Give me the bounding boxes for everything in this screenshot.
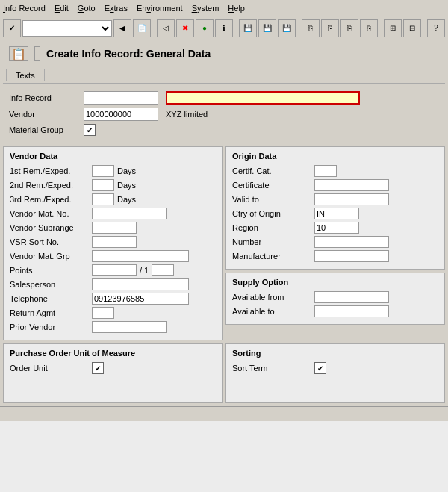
copy2-btn[interactable]: ⎘: [321, 19, 339, 37]
copy3-btn[interactable]: ⎘: [340, 19, 358, 37]
od-label-1: Certificate: [232, 181, 314, 190]
od-label-6: Manufacturer: [232, 252, 314, 261]
info-record-input2[interactable]: [166, 91, 360, 105]
od-row-4: Region: [232, 222, 438, 234]
menu-extras[interactable]: Extras: [105, 4, 128, 13]
vd-label-11: Prior Vendor: [10, 323, 92, 331]
vd-row-5: VSR Sort No.: [10, 236, 216, 248]
menu-system[interactable]: System: [192, 4, 220, 13]
menu-edit[interactable]: Edit: [55, 4, 69, 13]
menu-help[interactable]: Help: [228, 4, 245, 13]
check-btn[interactable]: ✔: [3, 19, 21, 37]
vd-input-0[interactable]: [92, 165, 114, 177]
copy4-btn[interactable]: ⎘: [360, 19, 378, 37]
origin-data-title: Origin Data: [232, 152, 438, 161]
so-input-1[interactable]: [314, 305, 389, 317]
cancel-btn[interactable]: ✖: [176, 19, 194, 37]
od-input-4[interactable]: [314, 222, 359, 234]
info-btn[interactable]: ℹ: [215, 19, 233, 37]
points-slash: / 1: [140, 266, 149, 275]
vd-label-7: Points: [10, 266, 92, 275]
vd-unit-1: Days: [117, 181, 136, 190]
vendor-input[interactable]: [84, 108, 158, 121]
od-input-5[interactable]: [314, 236, 389, 248]
material-group-checkbox[interactable]: ✔: [84, 124, 96, 136]
po-row-0: Order Unit ✔: [10, 362, 216, 374]
so-input-0[interactable]: [314, 291, 389, 303]
vd-label-10: Return Agmt: [10, 308, 92, 317]
vd-input-4[interactable]: [92, 222, 137, 234]
back-btn[interactable]: ◀: [113, 19, 131, 37]
od-input-6[interactable]: [314, 250, 389, 262]
vendor-label: Vendor: [9, 110, 84, 119]
material-group-row: Material Group ✔: [9, 124, 439, 136]
vd-input-7[interactable]: [92, 264, 137, 276]
order-unit-checkbox[interactable]: ✔: [92, 362, 104, 374]
vd-row-10: Return Agmt: [10, 307, 216, 319]
vd-row-7: Points / 1: [10, 264, 216, 276]
save2-btn[interactable]: 💾: [258, 19, 276, 37]
od-label-3: Ctry of Origin: [232, 209, 314, 218]
vd-input-8[interactable]: [92, 278, 189, 290]
purchase-order-section: Purchase Order Unit of Measure Order Uni…: [3, 343, 223, 403]
vd-input-6[interactable]: [92, 250, 189, 262]
vd-row-9: Telephone: [10, 293, 216, 305]
material-group-label: Material Group: [9, 125, 84, 134]
vd-input-7b[interactable]: [152, 264, 174, 276]
page-title: Create Info Record: General Data: [46, 48, 211, 60]
origin-data-section: Origin Data Certif. Cat. Certificate Val…: [225, 146, 445, 270]
tab-texts[interactable]: Texts: [6, 69, 45, 81]
ok-btn[interactable]: ●: [196, 19, 214, 37]
vd-input-11[interactable]: [92, 321, 167, 333]
vendor-name: XYZ limited: [166, 110, 208, 119]
sections-grid: Vendor Data 1st Rem./Exped. Days 2nd Rem…: [3, 146, 445, 340]
od-input-3[interactable]: [314, 208, 359, 219]
od-row-1: Certificate: [232, 179, 438, 191]
form-area: Info Record Vendor XYZ limited Material …: [3, 88, 445, 142]
vd-label-8: Salesperson: [10, 280, 92, 289]
nav-select[interactable]: [22, 20, 112, 37]
page-btn[interactable]: 📄: [133, 19, 151, 37]
od-label-0: Certif. Cat.: [232, 166, 314, 175]
vd-input-10[interactable]: [92, 307, 114, 319]
menu-info-record[interactable]: Info Record: [3, 4, 46, 13]
vd-input-5[interactable]: [92, 236, 137, 248]
save3-btn[interactable]: 💾: [278, 19, 296, 37]
menu-environment[interactable]: Environment: [137, 4, 183, 13]
grid-btn[interactable]: ⊞: [384, 19, 402, 37]
vd-label-2: 3rd Rem./Exped.: [10, 195, 92, 204]
vd-label-9: Telephone: [10, 294, 92, 303]
so-label-0: Available from: [232, 293, 314, 302]
sorting-section: Sorting Sort Term ✔: [225, 343, 445, 403]
vd-input-9[interactable]: [92, 293, 189, 305]
supply-option-section: Supply Option Available from Available t…: [225, 273, 445, 325]
vendor-data-title: Vendor Data: [10, 152, 216, 161]
prev-btn[interactable]: ◁: [157, 19, 175, 37]
vd-input-2[interactable]: [92, 193, 114, 205]
vd-row-6: Vendor Mat. Grp: [10, 250, 216, 262]
title-bar: 📋 Create Info Record: General Data: [3, 43, 445, 64]
help2-btn[interactable]: ?: [427, 19, 445, 37]
od-label-2: Valid to: [232, 195, 314, 204]
vd-input-1[interactable]: [92, 179, 114, 191]
vd-label-4: Vendor Subrange: [10, 223, 92, 232]
main-content: 📋 Create Info Record: General Data Texts…: [0, 40, 448, 406]
vd-unit-2: Days: [117, 195, 136, 204]
info-record-row: Info Record: [9, 91, 439, 105]
vd-row-1: 2nd Rem./Exped. Days: [10, 179, 216, 191]
od-input-2[interactable]: [314, 193, 389, 205]
copy-btn[interactable]: ⎘: [302, 19, 320, 37]
vd-row-4: Vendor Subrange: [10, 222, 216, 234]
menu-goto[interactable]: Goto: [78, 4, 96, 13]
od-input-1[interactable]: [314, 179, 389, 191]
save-btn[interactable]: 💾: [239, 19, 257, 37]
info-record-input[interactable]: [84, 91, 158, 105]
od-input-0[interactable]: [314, 165, 337, 177]
sort-term-label: Sort Term: [232, 364, 314, 373]
vd-input-3[interactable]: [92, 208, 167, 219]
title-icon2: [34, 46, 40, 61]
sort-term-checkbox[interactable]: ✔: [314, 362, 326, 374]
toolbar: ✔ ◀ 📄 ◁ ✖ ● ℹ 💾 💾 💾 ⎘ ⎘ ⎘ ⎘ ⊞ ⊟ ?: [0, 16, 448, 40]
grid2-btn[interactable]: ⊟: [403, 19, 421, 37]
vd-row-0: 1st Rem./Exped. Days: [10, 165, 216, 177]
